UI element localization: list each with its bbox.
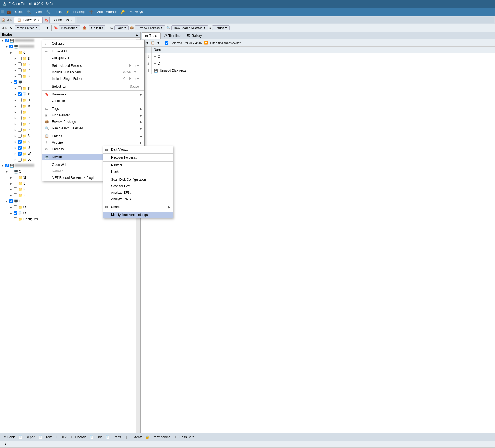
bottom-tab-trans[interactable]: Trans [110,434,124,440]
tree-expander[interactable]: ▼ [5,170,9,173]
tree-expander[interactable]: ▼ [5,45,9,48]
tree-checkbox[interactable] [14,51,17,54]
tree-expander[interactable]: ► [14,134,18,137]
tree-checkbox[interactable] [14,205,17,209]
collapse-icon[interactable]: ▲ [135,33,138,37]
ctx-select-item[interactable]: Select ItemSpace [42,83,144,90]
tree-expander[interactable]: ▼ [1,39,5,42]
tree-expander[interactable]: ▼ [10,81,14,84]
ctx-entries[interactable]: 📋 Entries [42,133,144,139]
sub-analyze-rms[interactable]: Analyze RMS... [103,196,173,202]
menu-pathways[interactable]: Pathways [126,9,145,15]
ctx-set-included[interactable]: Set Included FoldersNum + [42,62,144,69]
tree-checkbox[interactable] [9,170,13,173]
sub-recover-folders[interactable]: Recover Folders... [103,154,173,161]
tree-expander[interactable]: ► [14,99,18,102]
menu-view[interactable]: View [33,9,45,15]
sub-share[interactable]: ⊞ Share [103,204,173,210]
ctx-bookmark[interactable]: 🔖 Bookmark [42,91,144,98]
back-toolbar-icon[interactable]: ◀ [2,26,4,30]
bottom-tab-extents[interactable]: Extents [129,434,145,440]
tree-expander[interactable]: ► [10,182,14,185]
tree-checkbox[interactable] [18,146,22,150]
tags-button[interactable]: Tags ▼ [114,25,129,30]
sub-scan-lvm[interactable]: Scan for LVM [103,183,173,189]
ctx-collapse[interactable]: ↕ Collapse [42,40,144,47]
sub-restore[interactable]: Restore... [103,162,173,169]
export-icon[interactable]: 📤 [82,26,87,30]
tree-checkbox[interactable] [14,217,17,221]
tree-checkbox[interactable] [18,62,22,66]
ctx-expand-all[interactable]: ↔ Expand All [42,48,144,55]
bottom-tab-report[interactable]: Report [23,434,38,440]
ctx-collapse-all[interactable]: ↔ Collapse All [42,55,144,61]
entries-button[interactable]: Entries ▼ [212,25,230,30]
tree-checkbox[interactable] [18,128,22,132]
tree-checkbox[interactable] [9,199,13,203]
menu-add-evidence[interactable]: Add Evidence [94,9,120,15]
tree-expander[interactable]: ► [10,51,14,54]
tree-expander[interactable]: ► [14,63,18,66]
col-name[interactable]: Name [152,47,495,53]
tree-expander[interactable]: ► [10,194,14,197]
tree-expander[interactable]: ► [10,176,14,179]
ctx-include-sub[interactable]: Include Sub FoldersShift-Num + [42,69,144,75]
history-icon[interactable]: ↻ [10,26,12,30]
table-row[interactable]: 2 ━ D [141,60,495,67]
tree-checkbox[interactable] [14,182,17,185]
tab-table[interactable]: ⊞ Table [142,32,161,39]
forward-toolbar-icon[interactable]: ▶ [5,26,8,30]
tab-bookmarks[interactable]: Bookmarks ✕ [49,17,75,23]
tree-checkbox[interactable] [18,110,22,114]
table-area[interactable]: Name 1 ━ C 2 ━ [141,47,495,433]
tree-expander[interactable]: ► [10,212,14,215]
forward-icon[interactable]: ▶ [10,18,12,22]
tree-expander[interactable]: ► [14,105,18,108]
tree-checkbox[interactable] [14,80,17,84]
tree-expander[interactable]: ► [14,75,18,78]
tree-expander[interactable]: ► [14,57,18,60]
tab-timeline[interactable]: ⏱ Timeline [161,32,184,39]
tree-checkbox[interactable] [14,193,17,197]
tree-checkbox[interactable] [18,68,22,72]
tree-checkbox[interactable] [9,45,13,48]
tree-expander[interactable]: ► [14,87,18,90]
bookmarks-tab-close[interactable]: ✕ [70,19,72,22]
tree-expander[interactable]: ▼ [5,200,9,203]
tab-evidence[interactable]: 📋 Evidence ✕ [14,17,43,23]
column-dropdown[interactable]: ▼ [157,41,160,45]
hamburger-icon[interactable]: ☰ [1,10,4,14]
tree-expander[interactable]: ► [10,206,14,209]
view-entries-button[interactable]: View: Entries ▼ [15,25,40,30]
tree-checkbox[interactable] [18,134,22,138]
tree-expander[interactable]: ► [14,152,18,155]
bottom-tab-permissions[interactable]: Permissions [150,434,173,440]
tree-checkbox[interactable] [18,92,22,96]
tree-checkbox[interactable] [18,122,22,126]
table-row[interactable]: 1 ━ C [141,53,495,60]
tree-checkbox[interactable] [14,211,17,215]
tree-checkbox[interactable] [18,86,22,90]
tree-expander[interactable]: ► [14,69,18,72]
tab-gallery[interactable]: 🖼 Gallery [184,32,205,39]
table-dropdown-icon[interactable]: ▼ [46,26,49,30]
tree-expander[interactable]: ► [14,111,18,114]
tree-checkbox[interactable] [14,187,17,191]
bottom-tab-decode[interactable]: Decode [72,434,89,440]
grid-dropdown-bottom[interactable]: ▼ [4,443,7,446]
bottom-tab-hex[interactable]: Hex [58,434,69,440]
tree-checkbox[interactable] [18,104,22,108]
evidence-tab-close[interactable]: ✕ [38,19,40,22]
tree-checkbox[interactable] [5,164,9,167]
bottom-tab-hashsets[interactable]: Hash Sets [177,434,197,440]
ctx-raw-search[interactable]: 🔍 Raw Search Selected [42,125,144,131]
tree-checkbox[interactable] [18,140,22,144]
ctx-acquire[interactable]: ⬇ Acquire [42,139,144,146]
tree-expander[interactable]: ► [10,188,14,191]
menu-enscript[interactable]: EnScript [71,9,88,15]
ctx-goto-file[interactable]: Go to file [42,98,144,104]
tree-expander[interactable]: ► [14,123,18,126]
menu-tools[interactable]: Tools [51,9,64,15]
selected-filter-checkbox[interactable] [165,41,168,45]
tree-checkbox[interactable] [18,74,22,78]
